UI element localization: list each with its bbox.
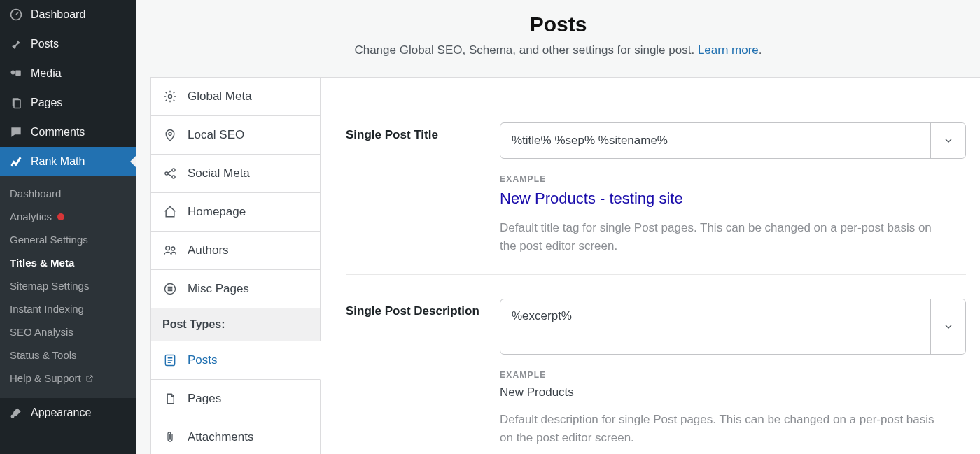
sidebar-item-rank-math[interactable]: Rank Math (0, 147, 136, 176)
sidebar-item-pages[interactable]: Pages (0, 88, 136, 118)
external-link-icon (85, 374, 94, 383)
share-icon (162, 166, 178, 181)
chevron-down-icon (943, 135, 954, 146)
tab-posts[interactable]: Posts (151, 341, 321, 380)
sidebar-item-appearance[interactable]: Appearance (0, 398, 136, 427)
field-body: EXAMPLE New Products - testing site Defa… (500, 122, 966, 256)
tab-label: Posts (188, 353, 218, 367)
settings-panel: Global Meta Local SEO Social Meta Homepa… (150, 77, 980, 454)
submenu-label: Instant Indexing (10, 303, 84, 315)
sidebar-item-media[interactable]: Media (0, 59, 136, 88)
tab-global-meta[interactable]: Global Meta (151, 78, 320, 116)
tab-misc-pages[interactable]: Misc Pages (151, 270, 320, 308)
title-input-wrap (500, 122, 966, 159)
sidebar-item-label: Rank Math (31, 155, 85, 168)
svg-point-8 (169, 132, 172, 135)
chevron-down-icon (943, 321, 954, 332)
comment-icon (8, 125, 24, 140)
svg-point-1 (11, 71, 15, 75)
svg-point-6 (11, 415, 15, 418)
sidebar-item-label: Posts (31, 38, 59, 50)
page-subtitle-period: . (759, 43, 762, 57)
pages-icon (8, 95, 24, 111)
paperclip-icon (162, 430, 178, 445)
variables-dropdown-button[interactable] (930, 299, 965, 354)
submenu-status-tools[interactable]: Status & Tools (0, 343, 136, 367)
location-pin-icon (162, 127, 178, 143)
list-icon (162, 281, 178, 297)
submenu-label: SEO Analysis (10, 326, 74, 338)
submenu-label: Status & Tools (10, 349, 77, 361)
example-description-preview: New Products (500, 385, 966, 399)
sidebar-item-label: Comments (31, 126, 85, 139)
single-post-description-input[interactable] (500, 299, 930, 354)
page-icon (162, 391, 178, 406)
submenu-label: Help & Support (10, 372, 81, 384)
chart-icon (8, 154, 24, 169)
example-label: EXAMPLE (500, 174, 966, 184)
settings-tabs: Global Meta Local SEO Social Meta Homepa… (151, 78, 321, 454)
page-subtitle: Change Global SEO, Schema, and other set… (158, 43, 959, 57)
form-area: Single Post Title EXAMPLE New Products -… (321, 78, 980, 454)
sidebar-item-label: Appearance (31, 406, 91, 419)
tab-label: Social Meta (188, 166, 250, 180)
tab-social-meta[interactable]: Social Meta (151, 155, 320, 193)
sidebar-item-dashboard[interactable]: Dashboard (0, 0, 136, 29)
submenu-seo-analysis[interactable]: SEO Analysis (0, 320, 136, 343)
tab-pages[interactable]: Pages (151, 380, 320, 418)
notification-dot-icon (57, 213, 64, 220)
svg-point-13 (172, 247, 175, 250)
variables-dropdown-button[interactable] (930, 123, 965, 158)
tab-label: Homepage (188, 205, 246, 219)
brush-icon (8, 405, 24, 420)
post-icon (162, 353, 178, 368)
submenu-label: Analytics (10, 211, 52, 222)
submenu-sitemap-settings[interactable]: Sitemap Settings (0, 274, 136, 297)
svg-point-7 (169, 95, 172, 99)
rank-math-submenu: Dashboard Analytics General Settings Tit… (0, 176, 136, 398)
sidebar-item-posts[interactable]: Posts (0, 29, 136, 59)
gear-icon (162, 89, 178, 104)
tab-label: Global Meta (188, 90, 252, 104)
field-help-text: Default title tag for single Post pages.… (500, 219, 948, 256)
submenu-titles-meta[interactable]: Titles & Meta (0, 251, 136, 274)
tab-attachments[interactable]: Attachments (151, 418, 320, 454)
field-body: EXAMPLE New Products Default description… (500, 299, 966, 448)
tab-section-post-types: Post Types: (151, 308, 320, 341)
form-row-single-post-title: Single Post Title EXAMPLE New Products -… (346, 97, 966, 275)
pin-icon (8, 36, 24, 52)
single-post-title-input[interactable] (500, 123, 930, 158)
submenu-dashboard[interactable]: Dashboard (0, 182, 136, 205)
page-header: Posts Change Global SEO, Schema, and oth… (136, 0, 980, 77)
tab-label: Authors (188, 243, 229, 257)
tab-authors[interactable]: Authors (151, 232, 320, 270)
sidebar-item-comments[interactable]: Comments (0, 118, 136, 147)
users-icon (162, 243, 178, 258)
tab-label: Misc Pages (188, 282, 249, 296)
svg-rect-2 (15, 71, 21, 76)
tab-label: Local SEO (188, 128, 244, 142)
submenu-label: General Settings (10, 234, 88, 246)
sidebar-item-label: Pages (31, 97, 62, 109)
wp-admin-sidebar: Dashboard Posts Media Pages Comments Ran… (0, 0, 136, 454)
submenu-analytics[interactable]: Analytics (0, 205, 136, 228)
tab-local-seo[interactable]: Local SEO (151, 116, 320, 155)
tab-homepage[interactable]: Homepage (151, 193, 320, 232)
gauge-icon (8, 7, 24, 22)
media-icon (8, 66, 24, 81)
submenu-label: Titles & Meta (10, 257, 74, 269)
page-title: Posts (158, 13, 959, 36)
submenu-general-settings[interactable]: General Settings (0, 228, 136, 251)
field-label: Single Post Description (346, 299, 500, 448)
tab-label: Attachments (188, 430, 254, 444)
field-label: Single Post Title (346, 122, 500, 256)
svg-point-12 (166, 246, 170, 250)
tab-label: Pages (188, 392, 221, 406)
learn-more-link[interactable]: Learn more (698, 43, 759, 57)
submenu-label: Sitemap Settings (10, 280, 89, 292)
submenu-instant-indexing[interactable]: Instant Indexing (0, 297, 136, 320)
submenu-help-support[interactable]: Help & Support (0, 367, 136, 390)
example-title-preview: New Products - testing site (500, 190, 966, 208)
home-icon (162, 204, 178, 220)
example-label: EXAMPLE (500, 370, 966, 380)
